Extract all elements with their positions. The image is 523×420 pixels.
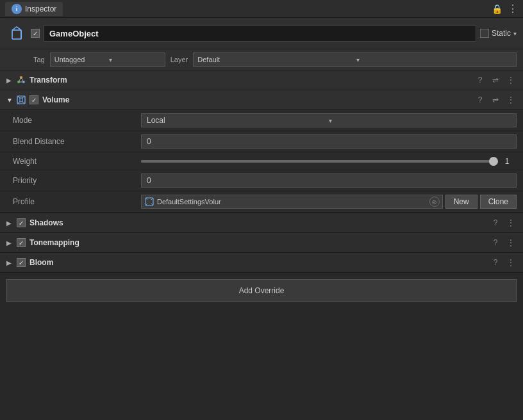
volume-icon [15, 94, 27, 106]
weight-slider-track[interactable] [141, 160, 494, 163]
tag-arrow: ▾ [109, 56, 161, 63]
shadows-expand-arrow: ▶ [6, 220, 15, 227]
blend-distance-row: Blend Distance [0, 131, 523, 152]
tonemapping-component[interactable]: ▶ Tonemapping ? ⋮ [0, 233, 523, 253]
mode-label: Mode [13, 116, 141, 125]
layer-arrow: ▾ [356, 56, 512, 63]
tonemapping-expand-arrow: ▶ [6, 239, 15, 246]
blend-distance-input[interactable] [141, 134, 517, 149]
mode-value-container: Local ▾ [141, 113, 517, 127]
weight-slider-fill [141, 160, 494, 163]
weight-slider-container: 1 [141, 157, 517, 166]
bloom-actions: ? ⋮ [490, 257, 517, 268]
volume-body: Mode Local ▾ Blend Distance Weight [0, 110, 523, 213]
static-checkbox[interactable] [480, 29, 489, 38]
transform-more-icon[interactable]: ⋮ [505, 74, 517, 86]
tag-value: Untagged [54, 56, 106, 63]
volume-help-icon[interactable]: ? [474, 94, 486, 106]
tonemapping-help-icon[interactable]: ? [490, 237, 501, 248]
tonemapping-title: Tonemapping [29, 238, 490, 247]
static-row: Static ▾ [480, 29, 517, 38]
priority-row: Priority [0, 170, 523, 191]
volume-active-checkbox[interactable] [29, 95, 38, 104]
tag-dropdown[interactable]: Untagged ▾ [50, 52, 165, 67]
transform-settings-icon[interactable]: ⇌ [490, 74, 501, 86]
shadows-component[interactable]: ▶ Shadows ? ⋮ [0, 213, 523, 233]
shadows-title: Shadows [29, 218, 490, 227]
priority-label: Priority [13, 176, 141, 185]
profile-asset-icon [144, 197, 154, 207]
profile-label: Profile [13, 197, 141, 206]
profile-name: DefaultSettingsVolur [157, 198, 427, 206]
weight-value-container: 1 [141, 157, 517, 166]
transform-expand-arrow: ▶ [6, 77, 15, 84]
tonemapping-actions: ? ⋮ [490, 237, 517, 248]
volume-more-icon[interactable]: ⋮ [505, 94, 517, 106]
tab-bar: i Inspector 🔒 ⋮ [0, 0, 523, 18]
inspector-tab-label: Inspector [25, 4, 56, 13]
gameobject-name-input[interactable] [44, 25, 476, 42]
tonemapping-checkbox[interactable] [17, 238, 26, 247]
bloom-checkbox[interactable] [17, 258, 26, 267]
tab-icons: 🔒 ⋮ [492, 3, 518, 15]
weight-label: Weight [13, 157, 141, 166]
svg-rect-14 [20, 98, 22, 102]
profile-target-icon[interactable]: ◎ [429, 197, 440, 207]
bloom-component[interactable]: ▶ Bloom ? ⋮ [0, 253, 523, 273]
transform-help-icon[interactable]: ? [474, 74, 486, 86]
tonemapping-more-icon[interactable]: ⋮ [505, 237, 517, 248]
inspector-panel: i Inspector 🔒 ⋮ Static [0, 0, 523, 420]
volume-settings-icon[interactable]: ⇌ [490, 94, 501, 106]
blend-distance-value-container [141, 134, 517, 149]
transform-actions: ? ⇌ ⋮ [474, 74, 517, 86]
mode-row: Mode Local ▾ [0, 110, 523, 131]
svg-rect-0 [12, 30, 21, 39]
scroll-area: Static ▾ Tag Untagged ▾ Layer Default ▾ … [0, 18, 523, 309]
lock-icon[interactable]: 🔒 [492, 4, 502, 14]
profile-value-container: DefaultSettingsVolur ◎ New Clone [141, 195, 517, 209]
shadows-more-icon[interactable]: ⋮ [505, 217, 517, 229]
cube-icon [6, 23, 27, 44]
shadows-checkbox[interactable] [17, 218, 26, 227]
volume-header[interactable]: ▼ Volume ? ⇌ ⋮ [0, 90, 523, 110]
priority-value-container [141, 174, 517, 188]
static-dropdown-arrow[interactable]: ▾ [513, 30, 517, 37]
gameobject-row: Static ▾ [0, 18, 523, 49]
shadows-actions: ? ⋮ [490, 217, 517, 229]
volume-title: Volume [42, 95, 474, 104]
svg-line-6 [19, 77, 21, 82]
static-label: Static [492, 29, 511, 38]
mode-value: Local [147, 116, 329, 125]
bloom-title: Bloom [29, 258, 490, 267]
volume-actions: ? ⇌ ⋮ [474, 94, 517, 106]
tab-left: i Inspector [5, 2, 63, 16]
add-override-label: Add Override [239, 286, 285, 295]
gameobject-active-checkbox[interactable] [31, 29, 40, 38]
profile-field: DefaultSettingsVolur ◎ [141, 195, 443, 209]
weight-row: Weight 1 [0, 152, 523, 170]
priority-input[interactable] [141, 174, 517, 188]
bloom-expand-arrow: ▶ [6, 259, 15, 266]
more-icon[interactable]: ⋮ [508, 3, 518, 15]
profile-row: Profile DefaultSettingsVolu [0, 191, 523, 213]
mode-dropdown[interactable]: Local ▾ [141, 113, 517, 127]
weight-value: 1 [497, 157, 517, 166]
clone-button[interactable]: Clone [480, 195, 517, 209]
add-override-button[interactable]: Add Override [6, 279, 517, 302]
inspector-tab[interactable]: i Inspector [5, 2, 63, 16]
layer-value: Default [197, 56, 353, 63]
shadows-help-icon[interactable]: ? [490, 217, 501, 229]
new-button[interactable]: New [445, 195, 477, 209]
transform-icon [15, 74, 27, 86]
volume-expand-arrow: ▼ [6, 97, 15, 104]
tag-label: Tag [33, 56, 45, 63]
layer-dropdown[interactable]: Default ▾ [193, 52, 517, 67]
info-icon: i [12, 4, 22, 14]
bloom-help-icon[interactable]: ? [490, 257, 501, 268]
transform-title: Transform [29, 76, 474, 85]
weight-slider-thumb[interactable] [489, 157, 498, 166]
bloom-more-icon[interactable]: ⋮ [505, 257, 517, 268]
tag-layer-row: Tag Untagged ▾ Layer Default ▾ [0, 49, 523, 70]
transform-header[interactable]: ▶ Transform ? ⇌ ⋮ [0, 70, 523, 90]
blend-distance-label: Blend Distance [13, 137, 141, 146]
